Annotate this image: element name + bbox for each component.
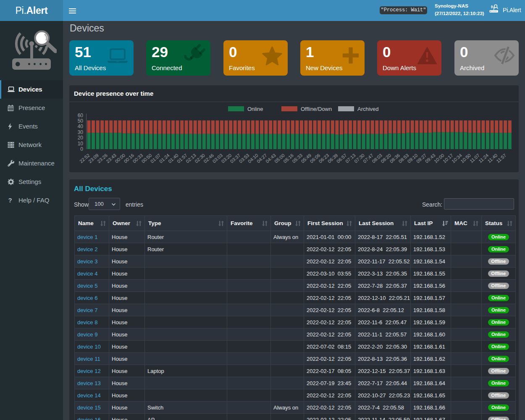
svg-text:60: 60 <box>78 113 84 118</box>
svg-text:11:07: 11:07 <box>469 152 480 163</box>
svg-text:30: 30 <box>78 129 84 135</box>
svg-text:11:57: 11:57 <box>495 152 507 163</box>
svg-text:Online: Online <box>247 106 263 112</box>
svg-text:10: 10 <box>78 141 84 147</box>
svg-text:40: 40 <box>78 123 84 129</box>
svg-text:20: 20 <box>78 135 84 141</box>
svg-text:11:24: 11:24 <box>478 152 489 163</box>
svg-text:Offline/Down: Offline/Down <box>301 106 332 112</box>
svg-text:Archived: Archived <box>357 106 379 112</box>
svg-text:11:40: 11:40 <box>486 152 498 163</box>
svg-text:50: 50 <box>78 118 84 124</box>
svg-text:?: ? <box>8 197 12 204</box>
svg-text:0: 0 <box>80 146 83 152</box>
svg-text:10:50: 10:50 <box>459 152 472 164</box>
